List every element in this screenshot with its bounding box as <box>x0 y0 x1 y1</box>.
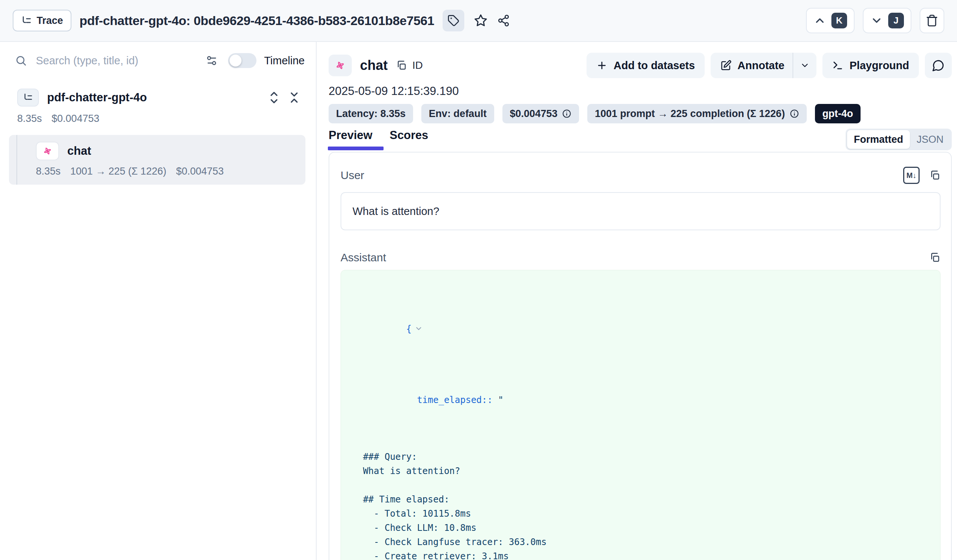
top-bar: Trace pdf-chatter-gpt-4o: 0bde9629-4251-… <box>0 0 957 42</box>
latency-badge: Latency: 8.35s <box>328 104 413 123</box>
id-label: ID <box>412 60 423 71</box>
share-icon[interactable] <box>497 14 510 27</box>
cost-badge: $0.004753 <box>502 104 580 123</box>
metric-badges: Latency: 8.35s Env: default $0.004753 10… <box>328 104 952 123</box>
playground-button[interactable]: Playground <box>823 53 919 78</box>
chevron-up-icon <box>813 14 826 27</box>
annotate-label: Annotate <box>737 60 785 72</box>
chat-latency: 8.35s <box>36 166 60 177</box>
copy-id-icon[interactable] <box>396 60 407 71</box>
generation-pinwheel-icon <box>42 146 53 156</box>
trash-icon <box>925 14 938 27</box>
json-string-value: ### Query: What is attention? ## Time el… <box>352 450 929 560</box>
trace-root-icon-badge <box>17 88 39 107</box>
timeline-toggle-label: Timeline <box>264 55 305 67</box>
user-section-heading: User <box>341 169 364 182</box>
chat-cost: $0.004753 <box>176 166 224 177</box>
timeline-toggle[interactable] <box>228 53 256 68</box>
tree-indent-guide <box>16 135 17 185</box>
user-message-text: What is attention? <box>352 205 439 218</box>
trace-tree-sidebar: Timeline pdf-chatter-gpt-4o <box>0 42 317 560</box>
previous-trace-button[interactable]: K <box>806 8 854 33</box>
playground-label: Playground <box>849 60 909 72</box>
terminal-icon <box>832 60 843 71</box>
trace-badge-label: Trace <box>36 15 63 27</box>
list-tree-icon <box>23 92 33 103</box>
pen-square-icon <box>720 60 731 71</box>
chat-item-metrics: 8.35s 1001 → 225 (Σ 1226) $0.004753 <box>36 166 305 177</box>
generation-icon-badge <box>328 55 352 76</box>
add-to-datasets-label: Add to datasets <box>613 60 695 72</box>
chevron-down-icon <box>870 14 883 27</box>
toggle-formatted[interactable]: Formatted <box>847 130 910 149</box>
render-mode-toggle: Formatted JSON <box>846 129 952 150</box>
list-tree-icon <box>21 15 32 26</box>
annotate-split-button: Annotate <box>711 53 817 78</box>
cost-value: $0.004753 <box>510 108 558 120</box>
json-key-time-elapsed: time_elapsed:: <box>417 395 498 405</box>
tree-item-chat-selected[interactable]: chat 8.35s 1001 → 225 (Σ 1226) $0.004753 <box>9 135 305 185</box>
unfold-vertical-icon[interactable] <box>267 90 281 105</box>
star-icon[interactable] <box>474 14 488 27</box>
shortcut-key-k: K <box>831 13 847 28</box>
chevron-down-icon <box>800 61 810 70</box>
plus-icon <box>596 60 608 71</box>
chat-tokens: 1001 → 225 (Σ 1226) <box>70 166 166 177</box>
trace-latency: 8.35s <box>17 113 42 125</box>
annotate-button[interactable]: Annotate <box>711 53 793 78</box>
add-to-datasets-button[interactable]: Add to datasets <box>586 53 705 78</box>
observation-title: chat <box>360 58 388 73</box>
search-icon <box>15 55 27 66</box>
search-input[interactable] <box>36 55 205 67</box>
tab-scores[interactable]: Scores <box>390 129 428 150</box>
trace-root-label: pdf-chatter-gpt-4o <box>47 91 147 104</box>
copy-user-content-icon[interactable] <box>929 170 941 181</box>
token-usage-value: 1001 prompt → 225 completion (Σ 1226) <box>595 108 785 120</box>
tag-button[interactable] <box>443 10 464 32</box>
filter-sliders-icon[interactable] <box>205 55 218 66</box>
assistant-json-viewer: { time_elapsed:: " ### Query: What is at… <box>352 279 929 560</box>
chat-item-label: chat <box>67 144 91 158</box>
tag-icon <box>447 14 460 27</box>
observation-timestamp: 2025-05-09 12:15:39.190 <box>328 85 952 98</box>
assistant-section-heading: Assistant <box>341 251 386 264</box>
fold-vertical-icon[interactable] <box>287 90 301 105</box>
observation-tree: pdf-chatter-gpt-4o 8.35s $0.004753 <box>0 88 316 185</box>
collapse-chevron-icon[interactable] <box>415 325 423 333</box>
json-open-brace: { <box>406 324 412 334</box>
token-usage-badge: 1001 prompt → 225 completion (Σ 1226) <box>587 104 806 123</box>
generation-icon-badge <box>36 142 59 160</box>
toggle-json[interactable]: JSON <box>910 130 950 149</box>
observation-detail: chat ID Add to datasets <box>317 42 957 560</box>
trace-root-metrics: 8.35s $0.004753 <box>0 113 316 125</box>
trace-title: pdf-chatter-gpt-4o: 0bde9629-4251-4386-b… <box>80 13 434 28</box>
next-trace-button[interactable]: J <box>863 8 911 33</box>
model-badge[interactable]: gpt-4o <box>815 104 861 123</box>
copy-assistant-content-icon[interactable] <box>929 252 941 263</box>
assistant-message-box: { time_elapsed:: " ### Query: What is at… <box>341 270 941 560</box>
info-icon <box>790 109 799 118</box>
preview-panel: User M↓ What is attention? Assistant <box>328 152 952 560</box>
trace-type-badge: Trace <box>13 10 71 32</box>
trace-cost: $0.004753 <box>52 113 99 125</box>
info-icon <box>562 109 572 118</box>
comment-bubble-icon <box>932 59 945 72</box>
environment-badge: Env: default <box>421 104 494 123</box>
json-open-quote: " <box>498 395 503 405</box>
tab-preview[interactable]: Preview <box>328 129 372 150</box>
comments-button[interactable] <box>925 53 952 78</box>
tree-item-trace-root[interactable]: pdf-chatter-gpt-4o <box>0 88 316 107</box>
user-message-box: What is attention? <box>341 192 941 230</box>
shortcut-key-j: J <box>888 13 904 28</box>
annotate-dropdown-button[interactable] <box>793 53 816 78</box>
delete-trace-button[interactable] <box>920 8 944 33</box>
markdown-toggle-icon[interactable]: M↓ <box>903 167 920 184</box>
generation-pinwheel-icon <box>335 60 346 71</box>
